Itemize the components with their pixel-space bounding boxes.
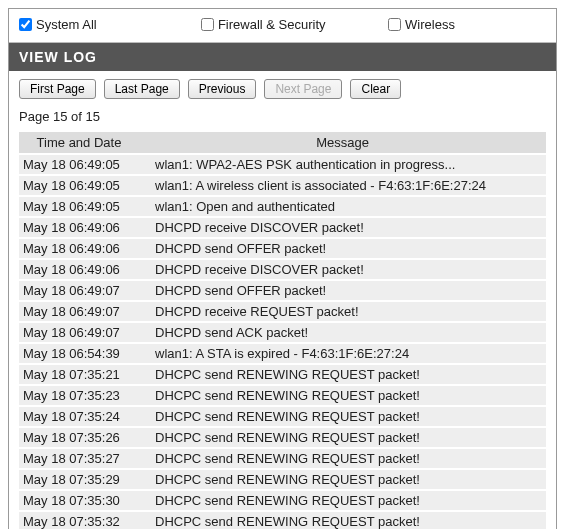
filter-wireless-label: Wireless [405,17,455,32]
cell-datetime: May 18 06:49:05 [19,196,139,217]
cell-message: DHCPD receive REQUEST packet! [139,301,546,322]
cell-message: DHCPC send RENEWING REQUEST packet! [139,448,546,469]
cell-message: wlan1: A wireless client is associated -… [139,175,546,196]
log-panel: System All Firewall & Security Wireless … [8,8,557,529]
cell-datetime: May 18 06:49:07 [19,301,139,322]
table-row: May 18 07:35:21DHCPC send RENEWING REQUE… [19,364,546,385]
table-row: May 18 07:35:32DHCPC send RENEWING REQUE… [19,511,546,529]
table-row: May 18 06:49:06DHCPD receive DISCOVER pa… [19,259,546,280]
cell-datetime: May 18 06:49:06 [19,238,139,259]
table-row: May 18 07:35:27DHCPC send RENEWING REQUE… [19,448,546,469]
table-row: May 18 06:49:07DHCPD send ACK packet! [19,322,546,343]
pagination-buttons: First Page Last Page Previous Next Page … [19,79,546,99]
cell-message: DHCPD send ACK packet! [139,322,546,343]
cell-datetime: May 18 06:49:05 [19,154,139,175]
table-row: May 18 06:49:05wlan1: A wireless client … [19,175,546,196]
cell-datetime: May 18 06:49:07 [19,280,139,301]
table-row: May 18 06:49:05wlan1: Open and authentic… [19,196,546,217]
cell-message: DHCPC send RENEWING REQUEST packet! [139,406,546,427]
page-indicator: Page 15 of 15 [19,109,546,124]
cell-message: DHCPC send RENEWING REQUEST packet! [139,364,546,385]
cell-datetime: May 18 07:35:23 [19,385,139,406]
filter-system-all-checkbox[interactable] [19,18,32,31]
table-header-row: Time and Date Message [19,132,546,154]
cell-datetime: May 18 06:49:06 [19,217,139,238]
table-row: May 18 07:35:24DHCPC send RENEWING REQUE… [19,406,546,427]
table-row: May 18 07:35:29DHCPC send RENEWING REQUE… [19,469,546,490]
log-table: Time and Date Message May 18 06:49:05wla… [19,132,546,529]
cell-message: wlan1: Open and authenticated [139,196,546,217]
cell-datetime: May 18 06:49:05 [19,175,139,196]
clear-button[interactable]: Clear [350,79,401,99]
table-row: May 18 06:54:39wlan1: A STA is expired -… [19,343,546,364]
table-row: May 18 07:35:23DHCPC send RENEWING REQUE… [19,385,546,406]
cell-message: DHCPC send RENEWING REQUEST packet! [139,469,546,490]
cell-message: DHCPD send OFFER packet! [139,238,546,259]
cell-datetime: May 18 06:49:07 [19,322,139,343]
cell-datetime: May 18 07:35:30 [19,490,139,511]
cell-message: wlan1: WPA2-AES PSK authentication in pr… [139,154,546,175]
cell-message: wlan1: A STA is expired - F4:63:1F:6E:27… [139,343,546,364]
filter-firewall-security[interactable]: Firewall & Security [201,17,380,32]
filter-firewall-security-checkbox[interactable] [201,18,214,31]
cell-datetime: May 18 06:49:06 [19,259,139,280]
table-row: May 18 06:49:06DHCPD receive DISCOVER pa… [19,217,546,238]
last-page-button[interactable]: Last Page [104,79,180,99]
cell-message: DHCPC send RENEWING REQUEST packet! [139,385,546,406]
filter-wireless[interactable]: Wireless [388,17,546,32]
previous-button[interactable]: Previous [188,79,257,99]
table-row: May 18 07:35:30DHCPC send RENEWING REQUE… [19,490,546,511]
table-row: May 18 06:49:05wlan1: WPA2-AES PSK authe… [19,154,546,175]
cell-message: DHCPD receive DISCOVER packet! [139,259,546,280]
next-page-button: Next Page [264,79,342,99]
log-content: First Page Last Page Previous Next Page … [9,71,556,529]
cell-message: DHCPD send OFFER packet! [139,280,546,301]
cell-message: DHCPC send RENEWING REQUEST packet! [139,490,546,511]
table-row: May 18 07:35:26DHCPC send RENEWING REQUE… [19,427,546,448]
cell-datetime: May 18 07:35:27 [19,448,139,469]
cell-message: DHCPC send RENEWING REQUEST packet! [139,511,546,529]
filter-wireless-checkbox[interactable] [388,18,401,31]
section-title: VIEW LOG [9,43,556,71]
cell-datetime: May 18 07:35:29 [19,469,139,490]
cell-message: DHCPC send RENEWING REQUEST packet! [139,427,546,448]
cell-datetime: May 18 07:35:32 [19,511,139,529]
cell-datetime: May 18 07:35:24 [19,406,139,427]
cell-datetime: May 18 06:54:39 [19,343,139,364]
filter-firewall-security-label: Firewall & Security [218,17,326,32]
table-row: May 18 06:49:07DHCPD receive REQUEST pac… [19,301,546,322]
filter-bar: System All Firewall & Security Wireless [9,9,556,43]
filter-system-all[interactable]: System All [19,17,193,32]
cell-message: DHCPD receive DISCOVER packet! [139,217,546,238]
table-row: May 18 06:49:07DHCPD send OFFER packet! [19,280,546,301]
header-message: Message [139,132,546,154]
cell-datetime: May 18 07:35:26 [19,427,139,448]
table-row: May 18 06:49:06DHCPD send OFFER packet! [19,238,546,259]
cell-datetime: May 18 07:35:21 [19,364,139,385]
first-page-button[interactable]: First Page [19,79,96,99]
filter-system-all-label: System All [36,17,97,32]
header-datetime: Time and Date [19,132,139,154]
